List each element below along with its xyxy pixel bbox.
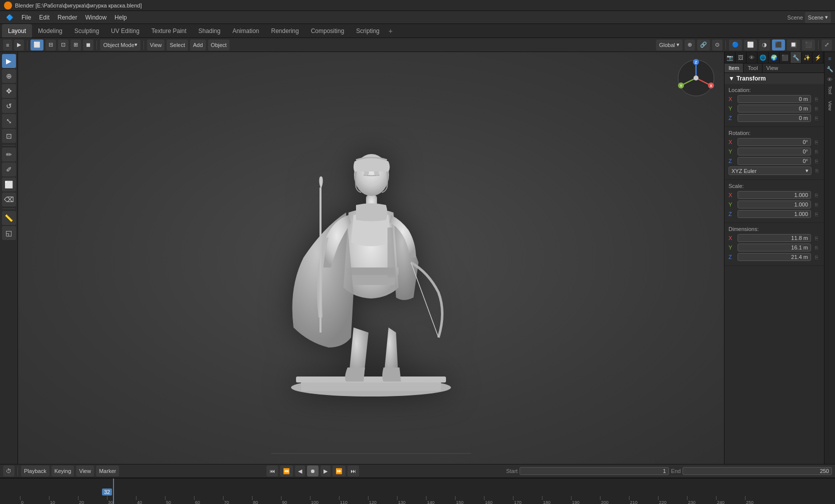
proportional-btn[interactable]: ⊙ (712, 40, 722, 50)
tool-tab[interactable]: Tool (744, 64, 762, 72)
location-y-copy[interactable]: ⎘ (813, 105, 820, 112)
annotate-erase-btn[interactable]: ⌫ (2, 192, 16, 206)
header-icon-2[interactable]: ▶ (14, 40, 24, 50)
dim-x-value[interactable]: 11.8 m (738, 234, 811, 242)
select-tool-btn[interactable]: ▶ (2, 54, 16, 68)
rp-tab-scene[interactable]: 🌐 (758, 52, 768, 63)
dim-z-copy[interactable]: ⎘ (813, 254, 820, 260)
menu-help[interactable]: Help (110, 13, 131, 22)
item-tab[interactable]: Item (724, 64, 744, 72)
viewport[interactable]: Z X Y (18, 52, 724, 464)
scale-z-value[interactable]: 1.000 (738, 210, 811, 218)
tab-layout[interactable]: Layout (2, 24, 32, 38)
annotate-poly-btn[interactable]: ⬜ (2, 178, 16, 192)
step-forward-btn[interactable]: ▶ (320, 466, 330, 476)
menu-file[interactable]: File (18, 13, 35, 22)
measure-tool-btn[interactable]: 📏 (2, 211, 16, 225)
tab-animation[interactable]: Animation (226, 24, 265, 38)
select-menu[interactable]: Select (166, 40, 188, 50)
viewport-shading-2[interactable]: ⬛ (772, 40, 785, 50)
step-back-btn[interactable]: ◀ (295, 466, 305, 476)
overlay-btn[interactable]: 🔵 (729, 40, 742, 50)
snap-btn[interactable]: 🔗 (697, 40, 710, 50)
rs-icon-4[interactable]: Tool (826, 86, 834, 94)
transform-tool-btn[interactable]: ⊡ (2, 129, 16, 143)
object-menu[interactable]: Object (208, 40, 230, 50)
tab-texture-paint[interactable]: Texture Paint (146, 24, 192, 38)
location-z-copy[interactable]: ⎘ (813, 114, 820, 122)
rp-tab-particles[interactable]: ✨ (802, 52, 812, 63)
start-frame-input[interactable]: 1 (520, 467, 669, 475)
rs-icon-5[interactable]: View (826, 102, 834, 110)
annotate-tool-btn[interactable]: ✏ (2, 148, 16, 162)
global-dropdown[interactable]: Global ▾ (656, 40, 682, 50)
jump-start-btn[interactable]: ⏮ (266, 466, 278, 476)
dim-z-value[interactable]: 21.4 m (738, 253, 811, 261)
tab-sculpting[interactable]: Sculpting (68, 24, 105, 38)
next-keyframe-btn[interactable]: ⏩ (332, 466, 346, 476)
rotation-x-value[interactable]: 0° (738, 138, 811, 146)
playback-menu[interactable]: Playback (21, 466, 50, 476)
dim-y-value[interactable]: 16.1 m (738, 244, 811, 252)
location-x-copy[interactable]: ⎘ (813, 96, 820, 102)
transform-pivot-btn[interactable]: ⊕ (684, 40, 695, 50)
marker-menu[interactable]: Marker (96, 466, 119, 476)
tab-shading[interactable]: Shading (192, 24, 226, 38)
tab-compositing[interactable]: Compositing (305, 24, 350, 38)
move-tool-btn[interactable]: ✥ (2, 84, 16, 98)
rp-tab-physics[interactable]: ⚡ (812, 52, 824, 63)
annotate-line-btn[interactable]: ✐ (2, 162, 16, 176)
scale-y-copy[interactable]: ⎘ (813, 201, 820, 208)
header-icon-4[interactable]: ⊟ (46, 40, 56, 50)
current-frame-indicator[interactable]: 32 (102, 488, 112, 496)
location-y-value[interactable]: 0 m (738, 104, 811, 112)
rotation-z-copy[interactable]: ⎘ (813, 158, 820, 164)
xray-btn[interactable]: ⬜ (744, 40, 757, 50)
gizmo-widget[interactable]: Z X Y (676, 58, 716, 98)
view-menu[interactable]: View (147, 40, 165, 50)
rs-icon-1[interactable]: ≡ (826, 54, 834, 63)
view-tab[interactable]: View (762, 64, 782, 72)
menu-blender[interactable]: 🔷 (2, 13, 18, 22)
tl-view-menu[interactable]: View (76, 466, 94, 476)
header-icon-3[interactable]: ⬜ (30, 40, 44, 50)
scene-dropdown[interactable]: Scene ▾ (805, 12, 831, 23)
scale-x-value[interactable]: 1.000 (738, 191, 811, 199)
prev-keyframe-btn[interactable]: ⏪ (280, 466, 293, 476)
scale-z-copy[interactable]: ⎘ (813, 210, 820, 218)
rotation-y-copy[interactable]: ⎘ (813, 148, 820, 155)
location-x-value[interactable]: 0 m (738, 95, 811, 103)
viewport-shading-4[interactable]: ⬛ (802, 40, 815, 50)
timeline-editor-type[interactable]: ⏱ (3, 466, 14, 476)
add-workspace-button[interactable]: + (386, 26, 396, 36)
rs-icon-2[interactable]: 🔧 (826, 64, 834, 74)
cursor-tool-btn[interactable]: ⊕ (2, 69, 16, 83)
jump-end-btn[interactable]: ⏭ (348, 466, 359, 476)
rotation-z-value[interactable]: 0° (738, 157, 811, 165)
timeline-ruler[interactable]: 0102030405060708090100110120130140150160… (0, 478, 835, 504)
add-menu[interactable]: Add (190, 40, 206, 50)
dim-y-copy[interactable]: ⎘ (813, 244, 820, 251)
scale-x-copy[interactable]: ⎘ (813, 192, 820, 198)
tab-scripting[interactable]: Scripting (350, 24, 386, 38)
scale-tool-btn[interactable]: ⤡ (2, 114, 16, 128)
rs-icon-3[interactable]: 👁 (826, 75, 834, 84)
mode-dropdown[interactable]: Object Mode ▾ (100, 40, 140, 50)
rp-tab-object[interactable]: ⬛ (780, 52, 790, 63)
play-pause-btn[interactable]: ⏺ (307, 466, 318, 476)
rp-tab-world[interactable]: 🌍 (768, 52, 780, 63)
tab-modeling[interactable]: Modeling (32, 24, 68, 38)
header-icon-6[interactable]: ⊞ (70, 40, 81, 50)
rp-tab-modifier[interactable]: 🔧 (790, 52, 802, 63)
header-icon-7[interactable]: ◼ (83, 40, 94, 50)
rotation-mode-dropdown[interactable]: XYZ Euler ▾ (728, 166, 812, 175)
rotate-tool-btn[interactable]: ↺ (2, 99, 16, 113)
gizmo-btn[interactable]: ⤢ (822, 40, 832, 50)
dim-x-copy[interactable]: ⎘ (813, 234, 820, 242)
add-object-btn[interactable]: ◱ (2, 226, 16, 240)
menu-window[interactable]: Window (81, 13, 110, 22)
scale-y-value[interactable]: 1.000 (738, 200, 811, 208)
viewport-shading-3[interactable]: 🔲 (787, 40, 800, 50)
rp-tab-render[interactable]: 📷 (724, 52, 736, 63)
rotation-mode-copy[interactable]: ⎘ (814, 168, 820, 174)
